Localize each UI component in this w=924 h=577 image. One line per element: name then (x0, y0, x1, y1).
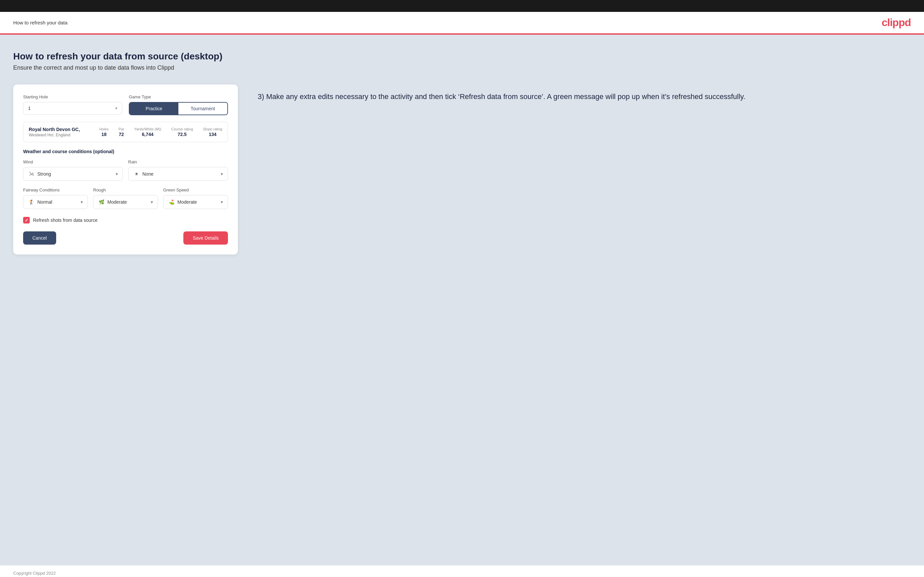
conditions-title: Weather and course conditions (optional) (23, 149, 228, 154)
starting-hole-chevron-icon: ▾ (115, 106, 117, 111)
side-description: 3) Make any extra edits necessary to the… (258, 91, 911, 102)
rain-select[interactable]: ☀ None ▾ (128, 167, 228, 181)
starting-hole-value: 1 (28, 106, 31, 111)
fairway-group: Fairway Conditions 🏌 Normal ▾ (23, 187, 88, 209)
par-label: Par (119, 127, 124, 131)
wind-select[interactable]: 🌬 Strong ▾ (23, 167, 123, 181)
rain-value: None (142, 171, 218, 177)
green-speed-group: Green Speed ⛳ Moderate ▾ (163, 187, 228, 209)
wind-icon: 🌬 (28, 171, 35, 177)
fairway-icon: 🏌 (28, 199, 35, 205)
rain-label: Rain (128, 160, 228, 164)
course-rating-stat: Course rating 72.5 (171, 127, 193, 137)
holes-stat: Holes 18 (99, 127, 109, 137)
slope-rating-label: Slope rating (203, 127, 222, 131)
refresh-checkbox-row: ✓ Refresh shots from data source (23, 217, 228, 224)
fairway-select[interactable]: 🏌 Normal ▾ (23, 195, 88, 209)
course-location: Westward Ho!, England (29, 133, 80, 137)
starting-hole-group: Starting Hole 1 ▾ (23, 94, 122, 115)
rough-select[interactable]: 🌿 Moderate ▾ (93, 195, 158, 209)
rough-group: Rough 🌿 Moderate ▾ (93, 187, 158, 209)
copyright-text: Copyright Clippd 2022 (13, 571, 56, 576)
rough-value: Moderate (107, 199, 148, 205)
form-card: Starting Hole 1 ▾ Game Type Practice Tou… (13, 84, 238, 255)
course-info: Royal North Devon GC, Westward Ho!, Engl… (29, 127, 80, 137)
wind-chevron-icon: ▾ (116, 171, 118, 177)
refresh-checkbox-label: Refresh shots from data source (33, 218, 97, 223)
refresh-checkbox[interactable]: ✓ (23, 217, 30, 224)
green-speed-chevron-icon: ▾ (221, 199, 223, 205)
rough-chevron-icon: ▾ (151, 199, 153, 205)
checkmark-icon: ✓ (25, 218, 28, 223)
rough-label: Rough (93, 187, 158, 192)
header-title: How to refresh your data (13, 20, 68, 26)
footer: Copyright Clippd 2022 (0, 566, 924, 577)
green-speed-value: Moderate (178, 199, 218, 205)
course-rating-value: 72.5 (171, 132, 193, 137)
course-rating-label: Course rating (171, 127, 193, 131)
starting-hole-row: Starting Hole 1 ▾ Game Type Practice Tou… (23, 94, 228, 115)
par-stat: Par 72 (119, 127, 124, 137)
fairway-label: Fairway Conditions (23, 187, 88, 192)
course-row: Royal North Devon GC, Westward Ho!, Engl… (23, 122, 228, 142)
rough-icon: 🌿 (98, 199, 105, 205)
yards-stat: Yards/White (M)) 6,744 (134, 127, 161, 137)
green-speed-icon: ⛳ (168, 199, 175, 205)
game-type-practice-button[interactable]: Practice (129, 103, 178, 114)
main-content: How to refresh your data from source (de… (0, 35, 924, 566)
rain-group: Rain ☀ None ▾ (128, 160, 228, 181)
wind-label: Wind (23, 160, 123, 164)
yards-value: 6,744 (134, 132, 161, 137)
game-type-label: Game Type (129, 94, 228, 99)
course-stats: Holes 18 Par 72 Yards/White (M)) 6,744 C… (99, 127, 222, 137)
starting-hole-label: Starting Hole (23, 94, 122, 99)
wind-rain-row: Wind 🌬 Strong ▾ Rain ☀ None ▾ (23, 160, 228, 181)
par-value: 72 (119, 132, 124, 137)
course-name: Royal North Devon GC, (29, 127, 80, 132)
side-text: 3) Make any extra edits necessary to the… (258, 84, 911, 102)
logo: clippd (882, 16, 911, 29)
wind-value: Strong (37, 171, 113, 177)
rain-chevron-icon: ▾ (221, 171, 223, 177)
rain-icon: ☀ (133, 171, 140, 177)
holes-value: 18 (99, 132, 109, 137)
page-subheading: Ensure the correct and most up to date d… (13, 64, 911, 71)
game-type-group: Game Type Practice Tournament (129, 94, 228, 115)
top-bar (0, 0, 924, 12)
green-speed-label: Green Speed (163, 187, 228, 192)
slope-rating-value: 134 (203, 132, 222, 137)
game-type-tournament-button[interactable]: Tournament (178, 103, 227, 114)
conditions-grid-3: Fairway Conditions 🏌 Normal ▾ Rough 🌿 Mo… (23, 187, 228, 209)
save-button[interactable]: Save Details (183, 231, 228, 245)
holes-label: Holes (99, 127, 109, 131)
fairway-value: Normal (37, 199, 78, 205)
slope-rating-stat: Slope rating 134 (203, 127, 222, 137)
fairway-chevron-icon: ▾ (81, 199, 83, 205)
page-heading: How to refresh your data from source (de… (13, 51, 911, 62)
yards-label: Yards/White (M)) (134, 127, 161, 131)
starting-hole-select[interactable]: 1 ▾ (23, 102, 122, 114)
content-area: Starting Hole 1 ▾ Game Type Practice Tou… (13, 84, 911, 255)
cancel-button[interactable]: Cancel (23, 231, 56, 245)
wind-group: Wind 🌬 Strong ▾ (23, 160, 123, 181)
game-type-buttons: Practice Tournament (129, 102, 228, 115)
button-row: Cancel Save Details (23, 231, 228, 245)
header: How to refresh your data clippd (0, 12, 924, 34)
green-speed-select[interactable]: ⛳ Moderate ▾ (163, 195, 228, 209)
